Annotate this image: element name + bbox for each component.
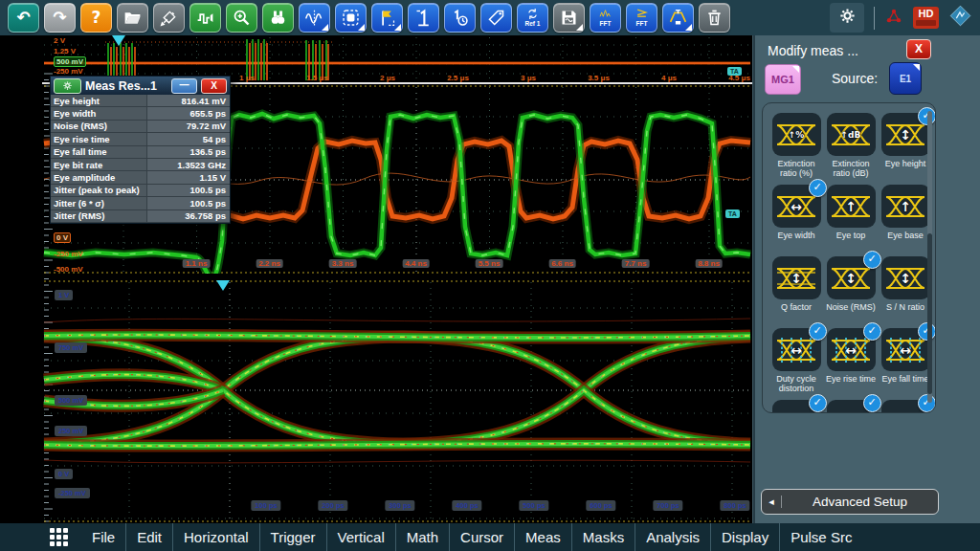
- main-v-label: -500 mV: [54, 265, 83, 274]
- spectrum-fft-button[interactable]: FFT: [590, 3, 621, 33]
- main-time-label: 3.3 ns: [329, 259, 357, 268]
- measurement-tile-extinction-ratio-db[interactable]: ↑dBExtinction ratio (dB): [825, 109, 877, 181]
- popup-settings-button[interactable]: [54, 78, 81, 94]
- close-icon: X: [211, 80, 217, 91]
- tile-label: Eye rise time: [826, 374, 876, 394]
- tile-label: Eye fall time: [881, 374, 928, 394]
- tile-label: Duty cycle distortion: [770, 374, 822, 394]
- meas-result-row: Noise (RMS)79.72 mV: [51, 121, 230, 133]
- meas-result-row: Eye rise time54 ps: [51, 133, 230, 145]
- main-time-label: 5.5 ns: [476, 259, 503, 268]
- scrollbar-thumb[interactable]: [927, 233, 932, 394]
- tile-label: Eye base: [887, 231, 924, 251]
- capture-area-button[interactable]: [335, 3, 367, 33]
- measurement-tile-partial-13[interactable]: ✓: [825, 396, 877, 413]
- menu-item-masks[interactable]: Masks: [571, 523, 635, 551]
- reference-label: Ref 1: [525, 21, 541, 28]
- measurement-tile-extinction-ratio[interactable]: ↑%Extinction ratio (%): [770, 109, 822, 181]
- panel-close-button[interactable]: X: [906, 39, 931, 59]
- menu-item-horizontal[interactable]: Horizontal: [172, 523, 259, 551]
- settings-button[interactable]: [830, 3, 864, 33]
- measurement-tile-eye-base[interactable]: ↑Eye base: [880, 181, 931, 253]
- eye-diagram-icon: ✓: [772, 400, 821, 413]
- measurement-tile-eye-width[interactable]: ↔✓Eye width: [770, 181, 822, 253]
- waveform-cursor-button[interactable]: [299, 3, 330, 33]
- redo-button[interactable]: ↷: [44, 3, 76, 33]
- popup-minimize-button[interactable]: —: [171, 78, 197, 94]
- search-button[interactable]: [262, 3, 294, 33]
- undo-button[interactable]: ↶: [8, 3, 39, 33]
- help-button[interactable]: ?: [80, 3, 112, 33]
- overview-time-label: 4 μs: [661, 74, 677, 82]
- tile-label: Eye height: [885, 159, 926, 179]
- source-select-button[interactable]: E1: [889, 62, 922, 95]
- fft-overlap-button[interactable]: FFT: [626, 3, 657, 33]
- menu-item-vertical[interactable]: Vertical: [326, 523, 395, 551]
- measurement-tile-eye-rise-time[interactable]: ↔✓Eye rise time: [825, 324, 877, 396]
- advanced-setup-label: Advanced Setup: [782, 495, 938, 509]
- clear-results-button[interactable]: [153, 3, 185, 33]
- eye-v-label: 500 mV: [55, 395, 87, 406]
- menu-item-edit[interactable]: Edit: [125, 523, 172, 551]
- demo-signal-button[interactable]: [189, 3, 221, 33]
- measurement-button[interactable]: [408, 3, 439, 33]
- menu-item-cursor[interactable]: Cursor: [449, 523, 514, 551]
- meas-value: 54 ps: [146, 133, 230, 144]
- menu-item-display[interactable]: Display: [710, 523, 779, 551]
- search-icon: [268, 8, 288, 28]
- mask-test-button[interactable]: [662, 3, 694, 33]
- menu-item-math[interactable]: Math: [395, 523, 449, 551]
- meas-value: 816.41 mV: [146, 95, 230, 106]
- meas-group-button[interactable]: MG1: [765, 64, 801, 95]
- menu-item-file[interactable]: File: [81, 523, 125, 551]
- label-tag-button[interactable]: [480, 3, 512, 33]
- selected-check-icon: ✓: [918, 394, 936, 412]
- scrollbar-track[interactable]: [927, 111, 932, 403]
- meas-label: Eye bit rate: [51, 159, 146, 170]
- overview-time-label: 3.5 μs: [588, 74, 610, 82]
- delete-button[interactable]: [699, 3, 730, 33]
- trigger-a-badge-main[interactable]: TA: [725, 209, 740, 218]
- trigger-marker-eye[interactable]: [216, 280, 230, 291]
- open-file-button[interactable]: [117, 3, 148, 33]
- zoom-icon: [232, 8, 252, 28]
- trigger-marker-overview[interactable]: [112, 35, 125, 46]
- label-tag-icon: [486, 8, 506, 28]
- measurement-tile-eye-height[interactable]: ↕✓Eye height: [880, 109, 931, 181]
- eye-diagram-icon: ↕: [881, 256, 930, 299]
- popup-titlebar[interactable]: Meas Res...1 — X: [51, 77, 230, 95]
- eye-time-label: 300 ps: [385, 500, 414, 511]
- measurement-tile-partial-14[interactable]: ✓: [880, 396, 931, 413]
- measurement-tile-q-factor[interactable]: ↕Q factor: [770, 253, 822, 324]
- main-time-label: 4.4 ns: [402, 259, 430, 268]
- measurement-tile-partial-12[interactable]: ✓: [770, 396, 822, 413]
- toolbar-divider: [874, 7, 875, 30]
- menu-item-pulse-src[interactable]: Pulse Src: [779, 523, 862, 551]
- panel-title: Modify meas ...: [768, 43, 858, 58]
- close-icon: X: [915, 42, 923, 55]
- menu-item-analysis[interactable]: Analysis: [635, 523, 710, 551]
- annotation-flag-button[interactable]: [371, 3, 403, 33]
- measurement-tile-eye-top[interactable]: ↑Eye top: [825, 181, 877, 253]
- measurement-tile-noise-rms[interactable]: ↕✓Noise (RMS): [825, 253, 877, 324]
- apps-grid-button[interactable]: [50, 528, 68, 546]
- rohde-schwarz-logo: [948, 4, 972, 32]
- save-waveform-button[interactable]: [553, 3, 585, 33]
- measurement-tile-eye-fall-time[interactable]: ↔✓Eye fall time: [880, 324, 931, 396]
- eye-diagram-icon: ↑%: [772, 113, 821, 156]
- advanced-setup-button[interactable]: ◂ Advanced Setup: [761, 489, 939, 515]
- quick-measurement-button[interactable]: [444, 3, 476, 33]
- main-time-label: 6.6 ns: [548, 259, 576, 268]
- selected-check-icon: ✓: [809, 322, 827, 341]
- minimize-icon: —: [180, 79, 189, 90]
- measurement-tile-duty-cycle-distortion[interactable]: ↔✓Duty cycle distortion: [770, 324, 822, 396]
- menu-item-trigger[interactable]: Trigger: [259, 523, 326, 551]
- menu-item-meas[interactable]: Meas: [514, 523, 571, 551]
- zoom-button[interactable]: [226, 3, 257, 33]
- selected-check-icon: ✓: [918, 107, 936, 125]
- reference-button[interactable]: Ref 1: [517, 3, 548, 33]
- overview-trace: [44, 39, 750, 80]
- meas-label: Jitter (RMS): [51, 210, 146, 222]
- measurement-tile-s-n-ratio[interactable]: ↕S / N ratio: [880, 253, 931, 324]
- popup-close-button[interactable]: X: [201, 78, 227, 94]
